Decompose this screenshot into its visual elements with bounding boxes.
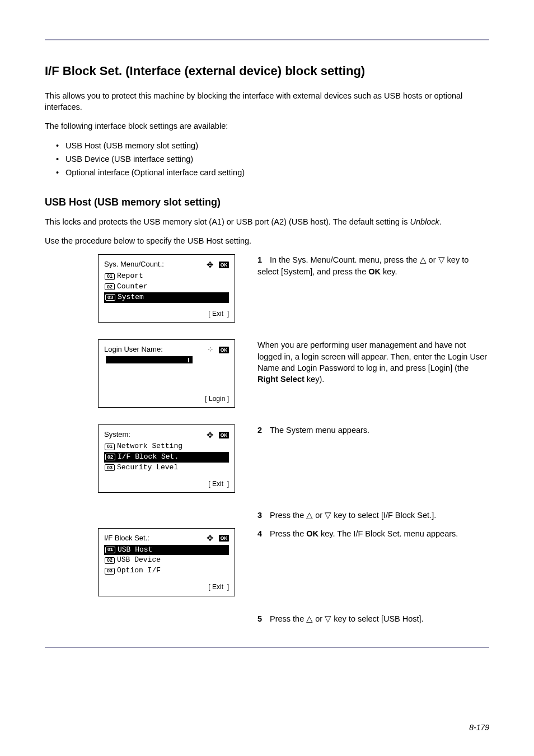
item-label: Counter (117, 282, 148, 292)
item-number: 02 (105, 557, 115, 564)
lcd-title: System: (104, 430, 130, 440)
lcd-menu-item: 01Network Setting (104, 441, 229, 452)
lcd-menu-item: 03Security Level (104, 463, 229, 473)
item-number: 02 (105, 454, 115, 460)
item-number: 01 (105, 547, 115, 553)
step-text: 2The System menu appears. (257, 424, 489, 436)
item-number: 03 (105, 294, 115, 301)
page-content: I/F Block Set. (Interface (external devi… (0, 0, 534, 670)
up-triangle-icon: △ (306, 614, 313, 623)
text: Press the (270, 529, 306, 538)
step-text: When you are performing user management … (257, 339, 489, 385)
text: Press the (270, 614, 306, 623)
bullet-list: USB Host (USB memory slot setting) USB D… (56, 140, 489, 179)
lcd-menu-item-selected: 01USB Host (104, 545, 229, 556)
item-label: USB Host (118, 545, 152, 556)
text: When you are performing user management … (257, 340, 487, 372)
nav-arrows-icon (205, 534, 217, 543)
item-label: Report (117, 271, 143, 282)
sub-intro: This locks and protects the USB memory s… (45, 216, 489, 227)
ok-icon: OK (219, 535, 229, 542)
item-label: System (118, 292, 144, 303)
nav-arrows-icon (205, 431, 217, 440)
step-row-login: Login User Name: OK [ Login ] When you a… (45, 339, 489, 408)
text: In the Sys. Menu/Count. menu, press the (270, 255, 420, 264)
item-number: 03 (105, 568, 115, 575)
text: or (427, 255, 438, 264)
item-number: 03 (105, 464, 115, 471)
step-text: 3Press the △ or ▽ key to select [I/F Blo… (257, 510, 489, 521)
ok-icon: OK (219, 262, 229, 268)
item-number: 01 (105, 444, 115, 450)
section-title: I/F Block Set. (Interface (external devi… (45, 63, 489, 80)
sub-intro-2: Use the procedure below to specify the U… (45, 235, 489, 246)
step-text: 1In the Sys. Menu/Count. menu, press the… (257, 254, 489, 277)
text: key to select [USB Host]. (331, 614, 423, 623)
top-divider (45, 39, 489, 40)
intro-paragraph: This allows you to protect this machine … (45, 90, 489, 113)
step-row-2: System: OK 01Network Setting 02I/F Block… (45, 424, 489, 493)
text: . (439, 217, 442, 226)
lcd-screen-3: I/F Block Set.: OK 01USB Host 02USB Devi… (98, 528, 235, 596)
lcd-title: Sys. Menu/Count.: (104, 259, 164, 270)
ok-icon: OK (219, 432, 229, 438)
text: or (313, 511, 325, 520)
step-row-3: 3Press the △ or ▽ key to select [I/F Blo… (45, 510, 489, 521)
lcd-menu-item: 02Counter (104, 282, 229, 292)
softkey-right: [ Exit ] (208, 309, 229, 319)
down-triangle-icon: ▽ (438, 255, 445, 264)
text: The System menu appears. (270, 426, 369, 435)
default-value: Unblock (410, 217, 439, 226)
step-number: 3 (257, 510, 270, 521)
lcd-menu-item: 02USB Device (104, 555, 229, 566)
item-label: USB Device (117, 555, 161, 566)
item-number: 01 (105, 273, 115, 280)
step-row-5: 5Press the △ or ▽ key to select [USB Hos… (45, 613, 489, 624)
step-number: 4 (257, 528, 270, 539)
text: key). (305, 375, 324, 384)
bullet-item: USB Host (USB memory slot setting) (56, 140, 489, 151)
ok-key: OK (306, 529, 318, 538)
item-label: Option I/F (117, 566, 161, 576)
intro-paragraph-2: The following interface block settings a… (45, 120, 489, 132)
step-text: 4Press the OK key. The I/F Block Set. me… (257, 528, 489, 539)
text: Press the (270, 511, 306, 520)
lcd-title: I/F Block Set.: (104, 533, 149, 544)
step-number: 1 (257, 254, 270, 265)
item-label: Network Setting (117, 441, 182, 452)
input-cursor (106, 356, 193, 363)
lcd-screen-2: System: OK 01Network Setting 02I/F Block… (98, 424, 235, 493)
text: key to select [I/F Block Set.]. (331, 511, 436, 520)
lcd-menu-item-selected: 03System (104, 292, 229, 303)
softkey-right: [ Exit ] (208, 582, 229, 592)
lcd-title: Login User Name: (104, 344, 163, 355)
step-number: 5 (257, 613, 270, 624)
bullet-item: USB Device (USB interface setting) (56, 153, 489, 165)
page-number: 8-179 (469, 722, 489, 734)
text: key. (381, 267, 397, 276)
text: This locks and protects the USB memory s… (45, 217, 410, 226)
nav-arrows-icon (205, 260, 217, 269)
step-row-4: I/F Block Set.: OK 01USB Host 02USB Devi… (45, 528, 489, 596)
key-name: Right Select (257, 375, 305, 384)
text: or (313, 614, 325, 623)
down-triangle-icon: ▽ (325, 511, 331, 520)
step-number: 2 (257, 424, 270, 436)
ok-key: OK (368, 267, 381, 276)
softkey-right: [ Exit ] (208, 479, 229, 489)
softkey-right: [ Login ] (205, 394, 229, 404)
bottom-divider (45, 647, 489, 648)
lcd-menu-item: 03Option I/F (104, 566, 229, 576)
item-label: Security Level (117, 463, 178, 473)
item-number: 02 (105, 283, 115, 290)
lcd-menu-item: 01Report (104, 271, 229, 282)
bullet-item: Optional interface (Optional interface c… (56, 167, 489, 178)
subsection-title: USB Host (USB memory slot setting) (45, 195, 489, 209)
nav-arrows-dotted-icon (205, 346, 217, 354)
step-text: 5Press the △ or ▽ key to select [USB Hos… (257, 613, 489, 624)
up-triangle-icon: △ (306, 511, 313, 520)
ok-icon: OK (219, 347, 229, 353)
step-row-1: Sys. Menu/Count.: OK 01Report 02Counter … (45, 254, 489, 323)
login-input-line (104, 356, 229, 363)
item-label: I/F Block Set. (118, 452, 179, 463)
